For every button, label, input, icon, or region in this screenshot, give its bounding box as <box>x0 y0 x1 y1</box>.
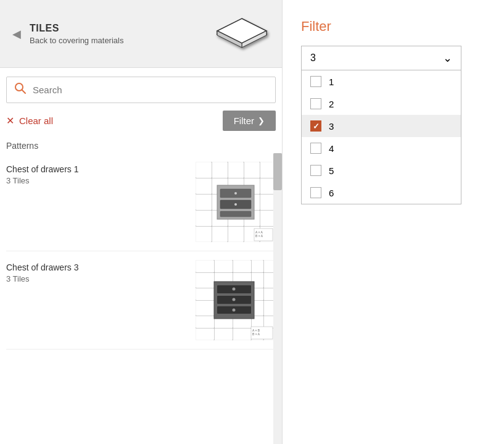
svg-rect-89 <box>215 329 233 340</box>
item-info: Chest of drawers 3 3 Tiles <box>6 260 79 283</box>
svg-rect-47 <box>220 211 251 217</box>
svg-point-49 <box>234 203 237 206</box>
filter-title: Filter <box>301 19 485 35</box>
svg-rect-78 <box>196 301 214 316</box>
header-section: ◀ TILES Back to covering materials <box>0 0 282 68</box>
checkbox-3[interactable]: ✓ <box>310 120 321 132</box>
svg-point-97 <box>233 288 236 291</box>
clear-icon: ✕ <box>6 115 14 127</box>
svg-rect-73 <box>196 288 214 300</box>
clear-all-button[interactable]: ✕ Clear all <box>6 115 53 127</box>
patterns-label: Patterns <box>0 137 282 153</box>
dropdown-option-2[interactable]: 2 <box>302 93 461 115</box>
dropdown-option-3[interactable]: ✓ 3 <box>302 115 461 137</box>
search-icon <box>14 82 27 98</box>
dropdown-option-6[interactable]: 6 <box>302 182 461 204</box>
scroll-track[interactable] <box>273 153 282 444</box>
item-thumbnail: A × B B × A <box>196 260 276 340</box>
option-label-5: 5 <box>329 165 334 176</box>
header-title-block: TILES Back to covering materials <box>30 23 123 45</box>
checkbox-4[interactable] <box>310 143 321 154</box>
selected-value-label: 3 <box>310 52 316 64</box>
svg-point-48 <box>234 192 237 195</box>
checkmark-icon: ✓ <box>313 122 320 131</box>
svg-text:B × A: B × A <box>255 234 263 238</box>
header-left: ◀ TILES Back to covering materials <box>12 23 123 45</box>
svg-marker-0 <box>217 19 266 43</box>
dropdown-option-4[interactable]: 4 <box>302 137 461 159</box>
back-text[interactable]: Back to covering materials <box>30 36 123 45</box>
chevron-down-icon: ⌄ <box>443 51 452 65</box>
svg-rect-24 <box>196 178 212 194</box>
checkbox-5[interactable] <box>310 165 321 176</box>
option-label-3: 3 <box>329 121 334 132</box>
item-tiles: 3 Tiles <box>6 274 79 283</box>
filter-chevron-icon: ❯ <box>258 116 265 125</box>
item-tiles: 3 Tiles <box>6 176 79 185</box>
checkbox-6[interactable] <box>310 187 321 198</box>
dropdown-option-1[interactable]: 1 <box>302 70 461 93</box>
svg-line-9 <box>22 90 25 93</box>
svg-rect-34 <box>196 211 212 226</box>
svg-rect-22 <box>244 162 260 178</box>
option-label-4: 4 <box>329 143 334 154</box>
svg-rect-29 <box>196 195 212 210</box>
svg-rect-68 <box>196 273 214 288</box>
svg-point-8 <box>15 83 23 91</box>
svg-rect-20 <box>212 162 228 178</box>
right-panel: Filter 3 ⌄ 1 2 ✓ 3 <box>283 0 504 444</box>
svg-rect-90 <box>233 329 251 340</box>
option-label-6: 6 <box>329 188 334 198</box>
dropdown-list[interactable]: 1 2 ✓ 3 4 5 <box>301 70 461 204</box>
svg-rect-41 <box>228 227 244 241</box>
option-label-1: 1 <box>329 77 334 87</box>
svg-rect-65 <box>233 261 251 272</box>
svg-rect-39 <box>196 227 212 241</box>
clear-all-label: Clear all <box>19 115 53 126</box>
dropdown-option-5[interactable]: 5 <box>302 159 461 182</box>
tile-icon <box>214 15 270 52</box>
toolbar: ✕ Clear all Filter ❯ <box>0 104 282 137</box>
svg-rect-83 <box>196 316 214 328</box>
list-item[interactable]: Chest of drawers 1 3 Tiles <box>6 153 276 251</box>
left-panel: ◀ TILES Back to covering materials <box>0 0 283 444</box>
filter-label: Filter <box>234 115 254 126</box>
option-label-2: 2 <box>329 99 334 109</box>
scroll-thumb[interactable] <box>273 153 282 190</box>
svg-rect-19 <box>196 162 212 178</box>
tiles-title: TILES <box>30 23 123 34</box>
svg-rect-40 <box>212 227 228 241</box>
back-arrow-icon[interactable]: ◀ <box>12 27 21 41</box>
dropdown-selected-value[interactable]: 3 ⌄ <box>301 46 461 70</box>
filter-button[interactable]: Filter ❯ <box>223 111 276 131</box>
item-info: Chest of drawers 1 3 Tiles <box>6 162 79 185</box>
checkbox-1[interactable] <box>310 76 321 87</box>
item-thumbnail: A × A B × A <box>196 162 276 242</box>
search-bar <box>6 77 276 103</box>
svg-rect-63 <box>196 261 214 272</box>
svg-rect-88 <box>196 329 214 340</box>
list-item[interactable]: Chest of drawers 3 3 Tiles <box>6 251 276 350</box>
svg-point-98 <box>233 298 236 301</box>
svg-point-99 <box>233 309 236 312</box>
search-input[interactable] <box>33 85 268 95</box>
svg-text:B × A: B × A <box>252 332 260 336</box>
items-list[interactable]: Chest of drawers 1 3 Tiles <box>0 153 282 444</box>
svg-rect-66 <box>252 261 263 272</box>
svg-rect-64 <box>215 261 233 272</box>
item-name: Chest of drawers 3 <box>6 262 79 272</box>
svg-rect-21 <box>228 162 244 178</box>
checkbox-2[interactable] <box>310 98 321 109</box>
item-name: Chest of drawers 1 <box>6 164 79 174</box>
filter-dropdown[interactable]: 3 ⌄ 1 2 ✓ 3 4 <box>301 46 461 70</box>
